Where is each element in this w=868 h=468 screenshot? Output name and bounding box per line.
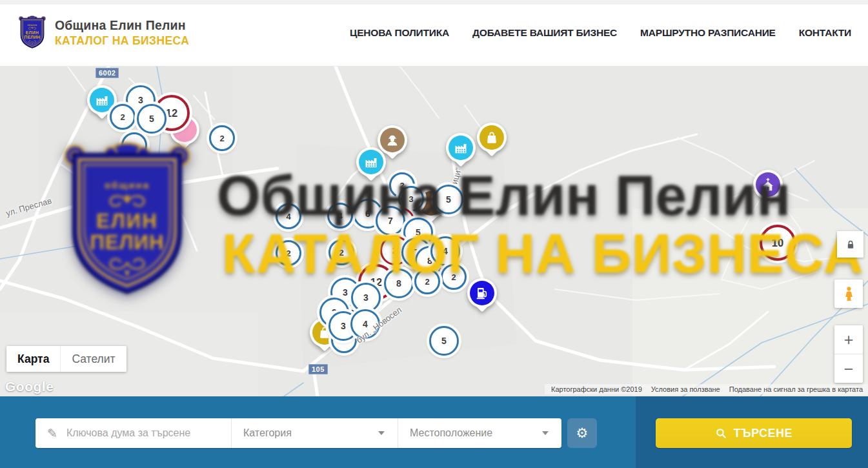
street-view-pegman-button[interactable]: [834, 280, 863, 308]
main-nav: ЦЕНОВА ПОЛИТИКАДОБАВЕТЕ ВАШИЯТ БИЗНЕСМАР…: [350, 27, 851, 39]
shopping-bag-icon: [483, 129, 500, 146]
pin-head: [467, 278, 497, 308]
keyword-field: ✎: [35, 418, 231, 448]
svg-text:община: община: [27, 23, 37, 26]
worker-icon: [384, 132, 401, 148]
factory-icon: [363, 154, 379, 170]
map-type-satellite-button[interactable]: Сателит: [60, 346, 126, 372]
nav-item[interactable]: ДОБАВЕТЕ ВАШИЯТ БИЗНЕС: [472, 27, 617, 39]
church-pin[interactable]: [753, 170, 783, 210]
site-header: община ЕЛИН ПЕЛИН Община Елин Пелин КАТА…: [0, 0, 868, 66]
pin-head: [446, 133, 476, 163]
marker-cluster[interactable]: 2: [209, 125, 235, 151]
search-box: ✎ Категория Местоположение: [35, 418, 561, 448]
municipality-crest-logo: община ЕЛИН ПЕЛИН: [17, 15, 48, 52]
pin-circle: [90, 88, 114, 112]
nav-item[interactable]: КОНТАКТИ: [799, 27, 851, 39]
svg-text:ПЕЛИН: ПЕЛИН: [25, 34, 41, 39]
chevron-down-icon: [542, 431, 549, 435]
fuel-pin[interactable]: [467, 278, 497, 318]
top-strip: [0, 0, 868, 5]
marker-cluster[interactable]: 5: [137, 104, 167, 134]
pin-head: [356, 147, 386, 177]
location-select[interactable]: Местоположение: [398, 418, 561, 448]
road-badge: 105: [308, 364, 328, 374]
gear-icon: ⚙: [576, 425, 589, 441]
factory-icon: [94, 92, 110, 108]
marker-cluster[interactable]: 2: [328, 239, 354, 265]
marker-cluster[interactable]: 2: [414, 269, 440, 294]
nav-item[interactable]: ЦЕНОВА ПОЛИТИКА: [350, 27, 449, 39]
marker-cluster[interactable]: 7: [376, 206, 405, 236]
page: община ЕЛИН ПЕЛИН Община Елин Пелин КАТА…: [0, 0, 868, 468]
pin-circle: [470, 281, 494, 305]
lock-button[interactable]: [837, 231, 863, 258]
church-icon: [760, 176, 776, 193]
pin-head: [753, 170, 783, 199]
marker-cluster[interactable]: 4: [327, 203, 353, 229]
marker-cluster[interactable]: 3: [351, 283, 381, 312]
marker-cluster[interactable]: [121, 132, 147, 158]
pin-head: [477, 123, 507, 152]
road-badge: 6002: [96, 68, 119, 78]
category-value: Категория: [243, 427, 378, 439]
map-markers-layer: ул. Преславбул. „Новоселици“6002105: [0, 66, 868, 396]
map-attribution: Картографски данни ©2019Условия за ползв…: [545, 384, 868, 394]
marker-cluster[interactable]: 4: [430, 236, 460, 266]
marker-cluster[interactable]: 2: [276, 240, 301, 266]
marker-cluster[interactable]: 5: [434, 185, 463, 214]
google-logo[interactable]: Google: [5, 379, 54, 394]
map-type-control: Карта Сателит: [6, 346, 126, 372]
pegman-icon: [840, 285, 858, 303]
zoom-control: + −: [834, 325, 863, 383]
factory-pin[interactable]: [356, 147, 386, 187]
map-attribution-link[interactable]: Условия за ползване: [651, 385, 720, 393]
search-button-label: ТЪРСЕНЕ: [734, 427, 792, 440]
pin-circle: [479, 125, 504, 150]
keyword-input[interactable]: [65, 427, 231, 440]
zoom-out-button[interactable]: −: [834, 354, 863, 383]
municipality-crest: община ЕЛИН ПЕЛИН: [17, 15, 48, 52]
site-logo[interactable]: община ЕЛИН ПЕЛИН Община Елин Пелин КАТА…: [17, 15, 189, 52]
map-type-map-button[interactable]: Карта: [6, 346, 60, 372]
marker-cluster[interactable]: 2: [441, 264, 467, 290]
location-value: Местоположение: [410, 427, 542, 439]
marker-cluster[interactable]: 10: [760, 225, 796, 261]
marker-cluster[interactable]: 5: [429, 326, 459, 356]
pin-circle: [449, 136, 473, 160]
chevron-down-icon: [378, 431, 385, 435]
marker-cluster[interactable]: 8: [384, 269, 414, 298]
pin-circle: [756, 172, 780, 197]
map-canvas[interactable]: ул. Преславбул. „Новоселици“6002105: [0, 66, 868, 396]
site-logo-text: Община Елин Пелин КАТАЛОГ НА БИЗНЕСА: [55, 18, 189, 47]
nav-item[interactable]: МАРШРУТНО РАЗПИСАНИЕ: [640, 27, 776, 39]
factory-pin[interactable]: [446, 133, 476, 173]
search-button[interactable]: ТЪРСЕНЕ: [656, 418, 852, 448]
pencil-icon: ✎: [47, 426, 57, 440]
site-title: Община Елин Пелин: [55, 18, 189, 32]
padlock-icon: [844, 238, 857, 251]
pin-circle: [359, 150, 383, 174]
category-select[interactable]: Категория: [231, 418, 398, 448]
zoom-in-button[interactable]: +: [834, 325, 863, 354]
map-attribution-link[interactable]: Подаване на сигнал за грешка в картата: [729, 385, 863, 393]
site-subtitle: КАТАЛОГ НА БИЗНЕСА: [55, 34, 189, 48]
shopping-pin[interactable]: [477, 123, 507, 163]
search-icon: [715, 427, 727, 440]
marker-cluster[interactable]: 2: [110, 104, 136, 130]
marker-cluster[interactable]: 4: [276, 203, 301, 229]
factory-icon: [452, 139, 469, 156]
svg-text:ЕЛИН: ЕЛИН: [26, 30, 39, 34]
street-label: ул. Преслав: [5, 196, 52, 218]
advanced-search-button[interactable]: ⚙: [567, 418, 597, 448]
search-bar: ✎ Категория Местоположение ⚙ ТЪРСЕНЕ: [0, 396, 868, 468]
map-attribution-text: Картографски данни ©2019: [551, 385, 642, 393]
fuel-icon: [474, 285, 490, 301]
